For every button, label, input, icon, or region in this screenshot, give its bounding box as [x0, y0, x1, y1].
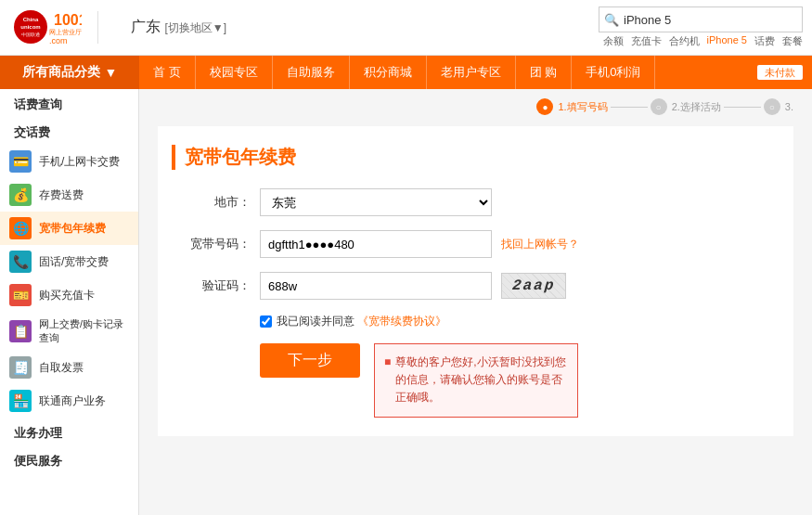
- svg-text:网上营业厅: 网上营业厅: [49, 29, 82, 35]
- sidebar-label-recharge-card: 购买充值卡: [39, 288, 95, 303]
- sidebar-item-deposit[interactable]: 💰 存费送费: [0, 178, 138, 212]
- recharge-link[interactable]: 充值卡: [631, 34, 662, 48]
- unread-badge[interactable]: 未付款: [757, 65, 803, 80]
- search-box[interactable]: 🔍: [599, 6, 803, 32]
- nav-phone-deal[interactable]: 手机0利润: [572, 56, 655, 89]
- agreement-checkbox[interactable]: [260, 315, 272, 328]
- all-products-menu[interactable]: 所有商品分类 ▼: [0, 56, 139, 89]
- city-row: 地市： 东莞 广州 深圳 珠海 佛山: [176, 188, 775, 216]
- step-line-1: [611, 107, 648, 108]
- mobile-fee-icon: 💳: [9, 150, 32, 173]
- sidebar-item-invoice[interactable]: 🧾 自取发票: [0, 351, 138, 384]
- broadband-label: 宽带号码：: [176, 236, 251, 252]
- nav-bar: 所有商品分类 ▼ 首 页 校园专区 自助服务 积分商城 老用户专区 团 购 手机…: [0, 56, 812, 89]
- nav-group[interactable]: 团 购: [516, 56, 573, 89]
- balance-link[interactable]: 余额: [603, 34, 624, 48]
- nav-right: 未付款: [757, 65, 812, 80]
- content-area: ● 1.填写号码 ○ 2.选择活动 ○ 3. 宽带包年续费 地市： 东莞: [139, 89, 812, 515]
- package-link[interactable]: 套餐: [782, 34, 803, 48]
- broadband-icon: 🌐: [9, 217, 32, 239]
- captcha-input[interactable]: [260, 272, 492, 300]
- china-unicom-logo: China unicom 中国联通 10010 网上营业厅 .com: [9, 6, 84, 48]
- step-1-circle: ●: [536, 98, 553, 115]
- sidebar-item-merchant[interactable]: 🏪 联通商户业务: [0, 384, 138, 418]
- nav-self-service[interactable]: 自助服务: [273, 56, 350, 89]
- captcha-label: 验证码：: [176, 277, 251, 294]
- account-links: 余额 充值卡 合约机 iPhone 5 话费 套餐: [603, 34, 803, 48]
- svg-text:.com: .com: [49, 36, 68, 45]
- nav-home[interactable]: 首 页: [139, 56, 196, 89]
- form-container: 宽带包年续费 地市： 东莞 广州 深圳 珠海 佛山 宽带号码： 找回上网帐号？: [158, 126, 793, 436]
- deposit-icon: 💰: [9, 184, 32, 206]
- sidebar-item-landline[interactable]: 📞 固话/宽带交费: [0, 245, 138, 278]
- sidebar-label-online-history: 网上交费/购卡记录查询: [39, 317, 129, 345]
- find-account-link[interactable]: 找回上网帐号？: [501, 237, 579, 252]
- step-2-circle: ○: [651, 98, 667, 115]
- nav-links: 首 页 校园专区 自助服务 积分商城 老用户专区 团 购 手机0利润: [139, 56, 655, 89]
- step-3-label: 3.: [785, 101, 793, 112]
- contract-link[interactable]: 合约机: [669, 34, 700, 48]
- nav-campus[interactable]: 校园专区: [196, 56, 273, 89]
- step-1-label: 1.填写号码: [558, 100, 607, 114]
- sidebar-item-recharge-card[interactable]: 🎫 购买充值卡: [0, 278, 138, 312]
- landline-icon: 📞: [9, 251, 32, 273]
- broadband-input[interactable]: [260, 230, 492, 258]
- sidebar-label-invoice: 自取发票: [39, 360, 84, 376]
- captcha-image[interactable]: 2aap: [501, 273, 566, 299]
- sidebar-label-merchant: 联通商户业务: [39, 393, 106, 409]
- sidebar-item-online-history[interactable]: 📋 网上交费/购卡记录查询: [0, 312, 138, 351]
- search-icon: 🔍: [599, 13, 624, 27]
- step-line-2: [724, 107, 761, 108]
- sidebar-section-convenience: 便民服务: [0, 445, 138, 473]
- agreement-label: 我已阅读并同意 《宽带续费协议》: [277, 314, 446, 329]
- search-input[interactable]: [624, 13, 802, 27]
- next-button[interactable]: 下一步: [260, 343, 360, 378]
- sidebar-label-mobile-fee: 手机/上网卡交费: [39, 154, 120, 170]
- city-label: 地市：: [176, 194, 251, 211]
- online-history-icon: 📋: [9, 320, 32, 342]
- header: China unicom 中国联通 10010 网上营业厅 .com 广东 [切…: [0, 0, 812, 56]
- agreement-row: 我已阅读并同意 《宽带续费协议》: [260, 314, 775, 329]
- sidebar-item-broadband[interactable]: 🌐 宽带包年续费: [0, 212, 138, 245]
- action-row: 下一步 ■ 尊敬的客户您好,小沃暂时没找到您的信息，请确认您输入的账号是否正确哦…: [260, 343, 775, 418]
- invoice-icon: 🧾: [9, 356, 32, 379]
- bill-link[interactable]: 话费: [754, 34, 775, 48]
- nav-old-users[interactable]: 老用户专区: [427, 56, 516, 89]
- main-layout: 话费查询 交话费 💳 手机/上网卡交费 💰 存费送费 🌐 宽带包年续费 📞 固话…: [0, 89, 812, 515]
- captcha-row: 验证码： 2aap: [176, 272, 775, 300]
- city-select[interactable]: 东莞 广州 深圳 珠海 佛山: [260, 188, 492, 216]
- logo-area: China unicom 中国联通 10010 网上营业厅 .com 广东 [切…: [9, 6, 226, 48]
- error-icon: ■: [384, 354, 391, 371]
- search-area: 🔍 余额 充值卡 合约机 iPhone 5 话费 套餐: [599, 6, 803, 48]
- broadband-row: 宽带号码： 找回上网帐号？: [176, 230, 775, 258]
- step-2-label: 2.选择活动: [672, 100, 721, 114]
- sidebar-item-mobile-fee[interactable]: 💳 手机/上网卡交费: [0, 145, 138, 178]
- captcha-group: 2aap: [260, 272, 566, 300]
- iphone-link[interactable]: iPhone 5: [707, 34, 747, 48]
- region-label[interactable]: 广东 [切换地区▼]: [131, 18, 226, 37]
- error-box: ■ 尊敬的客户您好,小沃暂时没找到您的信息，请确认您输入的账号是否正确哦。: [374, 343, 578, 418]
- svg-text:unicom: unicom: [20, 24, 40, 30]
- dropdown-icon: ▼: [105, 65, 118, 80]
- error-message: 尊敬的客户您好,小沃暂时没找到您的信息，请确认您输入的账号是否正确哦。: [395, 354, 568, 407]
- sidebar-section-business: 业务办理: [0, 418, 138, 445]
- step-3: ○ 3.: [764, 98, 793, 115]
- merchant-icon: 🏪: [9, 390, 32, 412]
- agreement-link[interactable]: 《宽带续费协议》: [357, 315, 446, 328]
- sidebar-label-broadband: 宽带包年续费: [39, 221, 106, 237]
- nav-points[interactable]: 积分商城: [350, 56, 427, 89]
- sidebar-label-landline: 固话/宽带交费: [39, 254, 109, 270]
- step-2: ○ 2.选择活动: [651, 98, 721, 115]
- step-3-circle: ○: [764, 98, 780, 115]
- sidebar-label-deposit: 存费送费: [39, 187, 84, 203]
- svg-text:China: China: [22, 17, 38, 22]
- svg-text:10010: 10010: [54, 12, 82, 28]
- step-1: ● 1.填写号码: [536, 98, 607, 115]
- steps-bar: ● 1.填写号码 ○ 2.选择活动 ○ 3.: [536, 98, 812, 115]
- captcha-text: 2aap: [511, 277, 556, 294]
- sidebar: 话费查询 交话费 💳 手机/上网卡交费 💰 存费送费 🌐 宽带包年续费 📞 固话…: [0, 89, 139, 515]
- page-title: 宽带包年续费: [172, 145, 775, 170]
- sidebar-section-jiao: 交话费: [0, 117, 138, 145]
- svg-text:中国联通: 中国联通: [21, 32, 40, 37]
- recharge-card-icon: 🎫: [9, 284, 32, 306]
